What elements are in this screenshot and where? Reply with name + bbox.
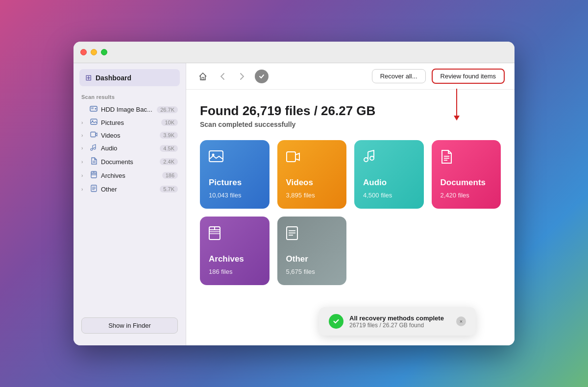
sidebar-item-documents[interactable]: › Documents 2.4K xyxy=(74,155,186,169)
toolbar-wrapper: Recover all... Review found items xyxy=(186,63,514,90)
sidebar-item-label-audio: Audio xyxy=(101,145,157,152)
expand-arrow-archives: › xyxy=(81,173,86,178)
app-window: ⊞ Dashboard Scan results HDD Image Bac..… xyxy=(74,42,514,345)
toast-title: All recovery methods complete xyxy=(349,314,450,322)
card-pictures[interactable]: Pictures 10,043 files xyxy=(200,140,270,209)
sidebar-item-label-pictures: Pictures xyxy=(101,119,158,126)
sidebar-item-label-other: Other xyxy=(101,186,157,193)
sidebar-item-count-videos: 3.9K xyxy=(160,132,178,139)
sidebar-item-label-hdd: HDD Image Bac... xyxy=(101,106,154,113)
pictures-icon xyxy=(89,119,98,126)
card-pictures-icon xyxy=(209,150,261,166)
expand-arrow-pictures: › xyxy=(81,120,86,125)
card-documents-label: Documents xyxy=(441,178,492,188)
expand-arrow-documents: › xyxy=(81,159,86,165)
card-other-count: 5,675 files xyxy=(286,268,338,275)
cards-grid-bottom: Archives 186 files xyxy=(200,217,501,285)
card-other-label: Other xyxy=(286,254,338,264)
expand-arrow-audio: › xyxy=(81,145,86,151)
archives-icon xyxy=(89,171,98,180)
svg-point-1 xyxy=(95,108,97,110)
card-audio-count: 4,500 files xyxy=(363,192,415,199)
status-check xyxy=(255,70,269,83)
card-audio-label: Audio xyxy=(363,178,415,188)
sidebar-item-hdd[interactable]: HDD Image Bac... 26.7K xyxy=(74,103,186,116)
home-button[interactable] xyxy=(196,70,210,83)
traffic-lights xyxy=(80,49,107,55)
card-archives-label: Archives xyxy=(209,254,261,264)
toast-text: All recovery methods complete 26719 file… xyxy=(349,314,450,329)
sidebar-item-archives[interactable]: › Archives 186 xyxy=(74,169,186,182)
toast-subtitle: 26719 files / 26.27 GB found xyxy=(349,322,450,329)
found-title: Found 26,719 files / 26.27 GB xyxy=(200,103,501,119)
card-videos-count: 3,895 files xyxy=(286,192,338,199)
maximize-button[interactable] xyxy=(101,49,107,55)
minimize-button[interactable] xyxy=(91,49,97,55)
sidebar-item-label-videos: Videos xyxy=(101,132,157,139)
card-documents-icon xyxy=(441,150,492,167)
svg-rect-19 xyxy=(209,151,223,162)
review-found-items-button[interactable]: Review found items xyxy=(432,69,505,84)
toast-notification: All recovery methods complete 26719 file… xyxy=(319,307,476,336)
sidebar-item-label-archives: Archives xyxy=(101,172,159,179)
dashboard-icon: ⊞ xyxy=(85,73,92,82)
expand-arrow-other: › xyxy=(81,187,86,192)
sidebar-item-count-pictures: 10K xyxy=(161,119,178,126)
videos-icon xyxy=(89,131,98,139)
sidebar-item-count-audio: 4.5K xyxy=(160,145,178,152)
hdd-icon xyxy=(89,105,98,114)
content-area: ⊞ Dashboard Scan results HDD Image Bac..… xyxy=(74,63,514,345)
card-archives-icon xyxy=(209,226,261,243)
card-documents[interactable]: Documents 2,420 files xyxy=(432,140,501,209)
svg-rect-4 xyxy=(91,119,97,124)
main-body: Found 26,719 files / 26.27 GB Scan compl… xyxy=(186,90,514,345)
other-icon xyxy=(89,185,98,194)
card-videos[interactable]: Videos 3,895 files xyxy=(277,140,347,209)
expand-arrow-videos: › xyxy=(81,133,86,138)
card-videos-label: Videos xyxy=(286,178,338,188)
close-button[interactable] xyxy=(80,49,87,55)
sidebar-item-pictures[interactable]: › Pictures 10K xyxy=(74,116,186,129)
scan-results-section-label: Scan results xyxy=(74,92,186,103)
dashboard-button[interactable]: ⊞ Dashboard xyxy=(79,69,180,86)
toast-check-icon xyxy=(329,314,343,329)
card-documents-count: 2,420 files xyxy=(441,192,492,199)
sidebar-item-other[interactable]: › Other 5.7K xyxy=(74,182,186,196)
card-other-icon xyxy=(286,226,338,243)
card-other[interactable]: Other 5,675 files xyxy=(277,217,347,285)
show-in-finder-button[interactable]: Show in Finder xyxy=(81,317,178,334)
sidebar-item-count-other: 5.7K xyxy=(160,186,178,193)
sidebar: ⊞ Dashboard Scan results HDD Image Bac..… xyxy=(74,63,186,345)
toast-close-button[interactable]: × xyxy=(456,316,466,326)
sidebar-item-count-archives: 186 xyxy=(162,172,178,179)
toolbar: Recover all... Review found items xyxy=(186,63,514,90)
cards-grid-top: Pictures 10,043 files Videos 3,895 fil xyxy=(200,140,501,209)
svg-rect-21 xyxy=(287,152,295,162)
card-videos-icon xyxy=(286,150,338,166)
titlebar xyxy=(74,42,514,63)
sidebar-item-count-documents: 2.4K xyxy=(160,158,178,165)
back-button[interactable] xyxy=(216,70,229,83)
audio-icon xyxy=(89,144,98,152)
card-pictures-label: Pictures xyxy=(209,178,261,188)
sidebar-item-label-documents: Documents xyxy=(101,158,157,166)
recover-all-button[interactable]: Recover all... xyxy=(372,69,426,83)
svg-rect-6 xyxy=(91,132,96,137)
main-content: Recover all... Review found items Found … xyxy=(186,63,514,345)
scan-status: Scan completed successfully xyxy=(200,121,501,128)
card-archives-count: 186 files xyxy=(209,268,261,275)
dashboard-label: Dashboard xyxy=(96,74,131,82)
sidebar-item-count-hdd: 26.7K xyxy=(157,106,178,113)
card-pictures-count: 10,043 files xyxy=(209,192,261,199)
card-audio-icon xyxy=(363,150,415,167)
card-audio[interactable]: Audio 4,500 files xyxy=(354,140,424,209)
card-archives[interactable]: Archives 186 files xyxy=(200,217,270,285)
documents-icon xyxy=(89,157,98,166)
sidebar-item-videos[interactable]: › Videos 3.9K xyxy=(74,129,186,142)
sidebar-spacer xyxy=(74,196,186,312)
forward-button[interactable] xyxy=(235,70,249,83)
sidebar-item-audio[interactable]: › Audio 4.5K xyxy=(74,142,186,155)
